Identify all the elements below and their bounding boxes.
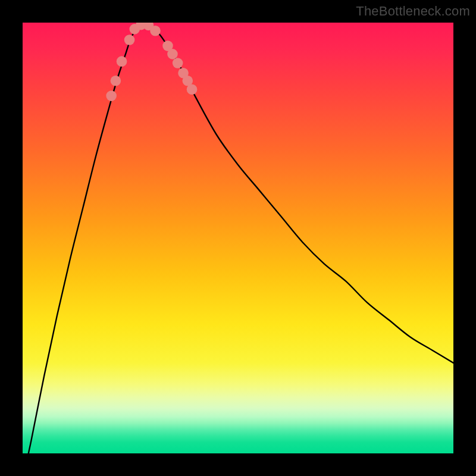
curve-marker (124, 35, 135, 45)
chart-frame: TheBottleneck.com (0, 0, 476, 476)
curve-layer (23, 23, 453, 453)
curve-marker (187, 84, 198, 95)
curve-marker (111, 76, 121, 86)
curve-marker (150, 26, 161, 36)
curve-marker (173, 58, 183, 68)
curve-marker (167, 49, 178, 60)
curve-marker (106, 90, 117, 101)
curve-marker (117, 56, 127, 67)
bottleneck-curve (23, 23, 453, 453)
plot-area (23, 23, 453, 453)
watermark-text: TheBottleneck.com (356, 4, 470, 19)
